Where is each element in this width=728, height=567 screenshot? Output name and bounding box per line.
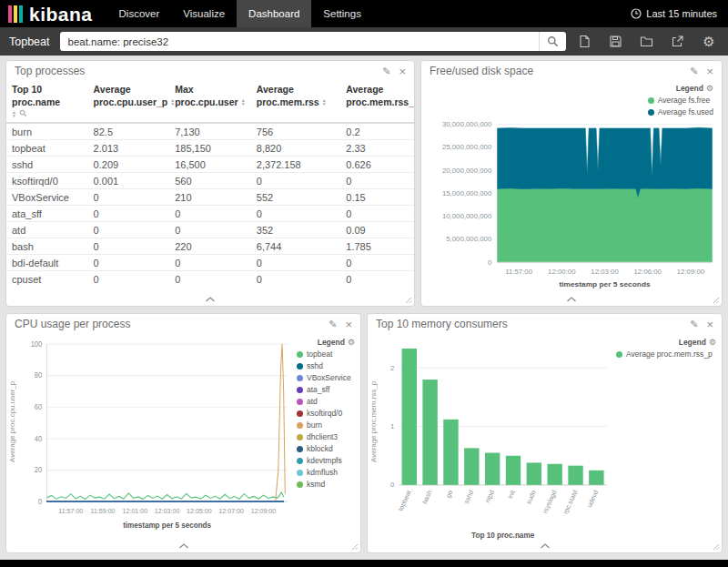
panel-collapse-button[interactable] [421, 293, 722, 306]
nav-item-dashboard[interactable]: Dashboard [237, 0, 311, 27]
legend-gear-icon[interactable]: ⚙ [709, 338, 716, 347]
filter-search-icon[interactable] [19, 109, 27, 117]
table-row[interactable]: sshd0.20916,5002,372.1580.626 [6, 157, 414, 173]
table-row[interactable]: topbeat2.013185,1508,8202.33 [6, 140, 414, 157]
bar-bash[interactable] [422, 380, 437, 485]
edit-panel-icon[interactable]: ✎ [690, 66, 698, 77]
kibana-logo[interactable]: kibana [0, 5, 107, 24]
cpu-chart[interactable]: 02040608010011:57:0011:59:0012:01:0012:0… [19, 334, 295, 540]
sort-icon[interactable]: ▲▼ [241, 98, 246, 106]
options-button[interactable]: ⚙ [701, 34, 716, 49]
clock-icon [631, 8, 642, 19]
legend-item[interactable]: kdevtmpfs [297, 456, 355, 465]
edit-panel-icon[interactable]: ✎ [382, 66, 390, 77]
resize-handle[interactable] [349, 542, 359, 551]
bar-rsyslogd[interactable] [547, 464, 561, 485]
share-dashboard-button[interactable] [670, 34, 685, 49]
y-tick-label: 40 [35, 434, 43, 442]
legend-item[interactable]: dhclient3 [297, 432, 355, 441]
table-row[interactable]: bdi-default0000 [6, 255, 414, 271]
table-row[interactable]: VBoxService02105520.15 [6, 189, 414, 206]
legend-item[interactable]: ksoftirqd/0 [297, 409, 355, 418]
cell-value: 352 [251, 222, 341, 238]
legend-item[interactable]: kdmflush [297, 468, 355, 477]
cell-value: 210 [169, 189, 251, 206]
x-tick-label: 11:57:00 [505, 268, 532, 276]
timepicker-button[interactable]: Last 15 minutes [631, 8, 728, 19]
legend-item[interactable]: Average fs.free [648, 96, 713, 105]
close-panel-icon[interactable]: × [345, 319, 352, 330]
close-panel-icon[interactable]: × [706, 319, 713, 330]
close-panel-icon[interactable]: × [399, 66, 406, 77]
edit-panel-icon[interactable]: ✎ [690, 319, 698, 330]
cell-value: 0 [169, 271, 251, 288]
legend-label: Average fs.free [658, 96, 711, 105]
cell-value: 0 [88, 255, 170, 271]
legend-item[interactable]: Average proc.mem.rss_p [616, 349, 716, 359]
table-row[interactable]: atd003520.09 [6, 222, 414, 238]
x-category-label: udevd [585, 489, 600, 509]
cell-value: 0 [340, 173, 414, 189]
cell-value: 0.626 [340, 157, 414, 173]
table-row[interactable]: burn82.57,1307560.2 [6, 123, 414, 140]
legend-item[interactable]: sshd [297, 361, 355, 370]
legend-item[interactable]: kblockd [297, 444, 355, 453]
column-header[interactable]: Maxproc.cpu.user▲▼ [169, 81, 251, 123]
search-button[interactable] [539, 32, 566, 51]
legend-color-dot [297, 470, 303, 476]
panel-collapse-button[interactable] [6, 540, 360, 552]
column-header[interactable]: Averageproc.mem.rss_p▲▼ [340, 81, 414, 123]
line-series-topbeat[interactable] [46, 492, 284, 500]
table-row[interactable]: ata_sff0000 [6, 206, 414, 222]
bar-rpc.statd[interactable] [568, 466, 582, 485]
legend-label: sshd [307, 361, 323, 370]
column-header[interactable]: Averageproc.cpu.user_p▲▼ [88, 81, 170, 123]
close-panel-icon[interactable]: × [706, 66, 713, 77]
line-series-burn[interactable] [46, 344, 285, 501]
sort-icon[interactable]: ▲▼ [12, 110, 16, 117]
legend-item[interactable]: ata_sff [297, 385, 355, 394]
bar-sshd[interactable] [464, 448, 479, 485]
legend-gear-icon[interactable]: ⚙ [348, 338, 355, 347]
query-input[interactable] [60, 32, 539, 51]
x-tick-label: 12:01:00 [123, 507, 148, 515]
edit-panel-icon[interactable]: ✎ [329, 319, 337, 330]
nav-item-settings[interactable]: Settings [311, 0, 373, 27]
panel-collapse-button[interactable] [368, 540, 722, 552]
table-row[interactable]: cpuset0000 [6, 271, 414, 288]
y-tick-label: 25,000,000,000 [442, 144, 491, 152]
load-dashboard-button[interactable] [639, 34, 654, 49]
table-row[interactable]: bash02206,7441.785 [6, 238, 414, 255]
cell-value: 0.15 [340, 189, 414, 206]
table-row[interactable]: ksoftirqd/00.00156000 [6, 173, 414, 189]
resize-handle[interactable] [711, 542, 720, 551]
resize-handle[interactable] [711, 295, 720, 304]
sort-icon[interactable]: ▲▼ [322, 98, 327, 106]
save-dashboard-button[interactable] [608, 34, 623, 49]
bar-sudo[interactable] [527, 462, 541, 484]
legend-gear-icon[interactable]: ⚙ [706, 84, 713, 93]
resize-handle[interactable] [403, 295, 412, 304]
panel-collapse-button[interactable] [6, 293, 414, 306]
bar-init[interactable] [506, 456, 521, 485]
legend-item[interactable]: burn [297, 420, 355, 430]
legend-item[interactable]: VBoxService [297, 373, 355, 382]
new-dashboard-button[interactable] [577, 34, 592, 49]
column-header[interactable]: Top 10 proc.name▲▼ [6, 81, 88, 123]
bar-topbeat[interactable] [402, 349, 417, 485]
memory-chart[interactable]: 012topbeatbashgosshdntpdinitsudorsyslogd… [380, 334, 614, 540]
panel-body: 05,000,000,00010,000,000,00015,000,000,0… [421, 81, 722, 293]
x-axis-title: timestamp per 5 seconds [123, 521, 211, 530]
area-series-fs-free[interactable] [498, 188, 713, 262]
bar-udevd[interactable] [589, 471, 603, 485]
legend-item[interactable]: Average fs.used [648, 107, 713, 116]
bar-go[interactable] [443, 420, 458, 485]
area-series-fs-used[interactable] [498, 127, 713, 197]
legend-item[interactable]: atd [297, 397, 355, 406]
column-header[interactable]: Averageproc.mem.rss▲▼ [251, 81, 341, 123]
legend-item[interactable]: topbeat [297, 349, 355, 359]
nav-item-discover[interactable]: Discover [107, 0, 172, 27]
nav-item-visualize[interactable]: Visualize [171, 0, 237, 27]
legend-item[interactable]: ksmd [297, 480, 355, 489]
bar-ntpd[interactable] [485, 453, 500, 485]
